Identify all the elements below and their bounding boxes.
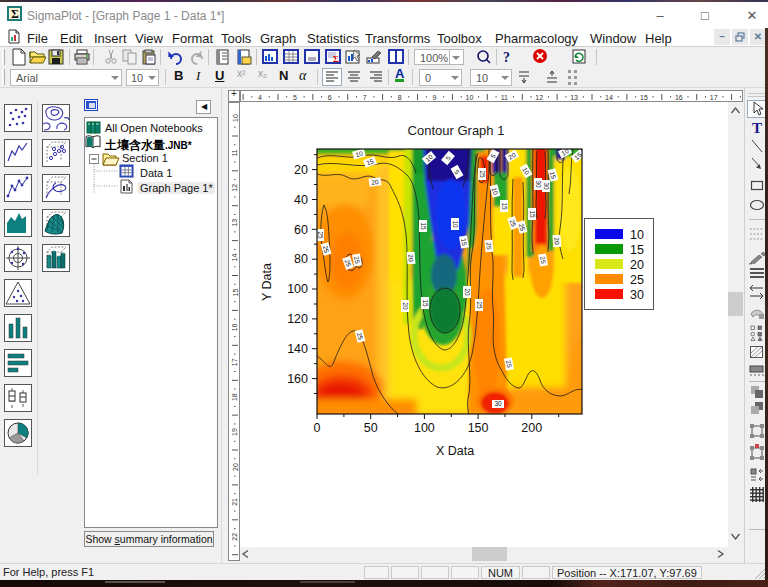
- svg-text:14: 14: [605, 94, 613, 101]
- svg-text:22: 22: [232, 533, 239, 541]
- svg-text:80: 80: [294, 252, 308, 266]
- svg-text:11: 11: [501, 94, 508, 101]
- svg-text:12: 12: [232, 184, 239, 192]
- svg-text:0: 0: [314, 421, 321, 435]
- svg-text:200: 200: [521, 421, 542, 435]
- svg-text:140: 140: [287, 342, 308, 356]
- svg-text:13: 13: [232, 219, 239, 227]
- svg-text:120: 120: [287, 312, 308, 326]
- svg-text:5: 5: [293, 94, 297, 101]
- svg-text:30: 30: [535, 180, 542, 188]
- svg-text:20: 20: [232, 463, 239, 471]
- svg-text:160: 160: [287, 372, 308, 386]
- svg-text:10: 10: [466, 94, 474, 101]
- svg-text:25: 25: [479, 170, 486, 178]
- svg-text:6: 6: [328, 94, 332, 101]
- svg-text:60: 60: [294, 223, 308, 237]
- svg-text:8: 8: [398, 94, 402, 101]
- svg-text:14: 14: [232, 254, 239, 262]
- svg-text:17: 17: [710, 94, 718, 101]
- svg-text:10: 10: [232, 114, 239, 122]
- svg-text:15: 15: [630, 243, 644, 257]
- svg-text:15: 15: [640, 94, 648, 101]
- svg-text:4: 4: [258, 94, 262, 101]
- svg-text:20: 20: [407, 254, 415, 262]
- svg-text:7: 7: [363, 94, 367, 101]
- svg-text:15: 15: [232, 289, 239, 297]
- svg-text:150: 150: [468, 421, 489, 435]
- svg-text:25: 25: [485, 242, 493, 250]
- svg-text:20: 20: [294, 163, 308, 177]
- svg-text:11: 11: [232, 149, 239, 156]
- svg-text:X Data: X Data: [436, 444, 474, 458]
- svg-text:25: 25: [476, 301, 483, 309]
- svg-text:21: 21: [232, 498, 239, 506]
- svg-text:30: 30: [494, 400, 502, 407]
- svg-text:19: 19: [232, 428, 239, 436]
- svg-text:30: 30: [630, 288, 644, 302]
- svg-text:16: 16: [675, 94, 683, 101]
- svg-text:T: T: [752, 120, 762, 136]
- svg-text:17: 17: [232, 358, 239, 366]
- svg-text:15: 15: [420, 222, 427, 230]
- svg-text:20: 20: [402, 302, 409, 310]
- svg-text:15: 15: [529, 210, 536, 218]
- svg-text:25: 25: [630, 273, 644, 287]
- svg-text:20: 20: [371, 178, 380, 186]
- svg-text:30: 30: [543, 182, 550, 190]
- svg-text:25: 25: [317, 231, 324, 239]
- svg-text:100: 100: [414, 421, 435, 435]
- svg-text:40: 40: [294, 193, 308, 207]
- svg-text:16: 16: [232, 323, 239, 331]
- svg-text:?: ?: [503, 50, 510, 65]
- svg-text:20: 20: [553, 237, 561, 245]
- svg-text:12: 12: [535, 94, 543, 101]
- svg-text:Contour Graph 1: Contour Graph 1: [408, 123, 505, 138]
- svg-text:18: 18: [232, 393, 239, 401]
- svg-text:13: 13: [570, 94, 578, 101]
- svg-text:10: 10: [452, 220, 459, 228]
- svg-text:10: 10: [630, 228, 644, 242]
- svg-text:9: 9: [433, 94, 437, 101]
- svg-text:20: 20: [630, 258, 644, 272]
- svg-text:15: 15: [501, 202, 508, 210]
- svg-text:100: 100: [287, 282, 308, 296]
- svg-text:Σ: Σ: [333, 54, 339, 64]
- svg-text:20: 20: [464, 288, 471, 296]
- svg-text:15: 15: [422, 299, 429, 307]
- svg-text:50: 50: [364, 421, 378, 435]
- svg-text:Y Data: Y Data: [260, 263, 274, 301]
